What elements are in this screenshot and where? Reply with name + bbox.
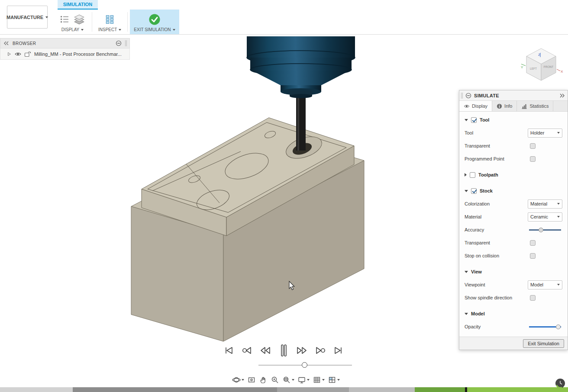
caret-down-icon: [173, 29, 175, 31]
timeline-slider[interactable]: [258, 362, 352, 369]
caret-down-icon: [337, 379, 340, 381]
workspace-switcher[interactable]: MANUFACTURE: [7, 6, 48, 29]
section-toolpath[interactable]: Toolpath: [465, 168, 563, 181]
panel-drag-grip[interactable]: [125, 40, 127, 46]
inspect-label: INSPECT: [98, 27, 117, 32]
section-tool[interactable]: Tool: [465, 113, 563, 126]
viewports-button[interactable]: [328, 376, 340, 384]
display-settings-icon: [297, 376, 306, 384]
inspect-icon: [104, 14, 116, 25]
collapse-triangle-icon[interactable]: [465, 190, 468, 192]
ribbon: DISPLAY INSPECT: [55, 10, 179, 34]
caret-down-icon: [81, 29, 84, 31]
spindle-direction-checkbox[interactable]: [530, 295, 536, 301]
collapse-triangle-icon[interactable]: [465, 271, 468, 273]
axis-y-label: Y: [521, 65, 523, 69]
timeline-knob[interactable]: [302, 362, 307, 368]
section-model[interactable]: Model: [465, 307, 563, 320]
exit-simulation-button[interactable]: EXIT SIMULATION: [130, 10, 179, 34]
pause-button[interactable]: [277, 343, 290, 358]
orbit-button[interactable]: [232, 376, 244, 384]
spindle-direction-label: Show spindle direction: [465, 295, 528, 300]
collapse-dialog-icon[interactable]: [465, 93, 471, 99]
row-tool-transparent: Transparent: [465, 139, 563, 152]
viewpoint-dropdown[interactable]: Model: [528, 280, 562, 289]
display-menu-button[interactable]: DISPLAY: [55, 10, 90, 34]
zoom-window-button[interactable]: [282, 376, 294, 384]
tool-dropdown[interactable]: Holder: [528, 129, 562, 138]
section-stock[interactable]: Stock: [465, 184, 563, 197]
fusion-manufacture-app: LEFT FRONT Z Y X MANUFACTURE SIMULATION: [0, 0, 568, 392]
tab-info[interactable]: Info: [492, 101, 517, 111]
look-at-icon: [247, 376, 256, 384]
collapse-triangle-icon[interactable]: [465, 119, 468, 121]
component-icon: [24, 51, 31, 57]
job-status-icon[interactable]: [555, 378, 565, 389]
previous-operation-button[interactable]: [240, 343, 254, 358]
browser-item-root[interactable]: Milling_MM - Post Processor Benchmar...: [0, 48, 130, 60]
row-colorization: Colorization Material: [465, 197, 563, 210]
simulate-panel-header[interactable]: SIMULATE: [459, 90, 568, 101]
slider-knob[interactable]: [539, 228, 543, 232]
row-programmed-point: Programmed Point: [465, 152, 563, 165]
viewpoint-label: Viewpoint: [465, 282, 528, 287]
exit-simulation-footer-button[interactable]: Exit Simulation: [523, 339, 564, 348]
slider-track: [529, 229, 561, 231]
caret-down-icon: [557, 132, 560, 134]
progress-marker: [465, 387, 467, 392]
progress-segment: [73, 387, 277, 392]
go-to-start-button[interactable]: [222, 343, 236, 358]
progress-segment: [349, 387, 415, 392]
caret-down-icon: [557, 284, 560, 286]
step-back-button[interactable]: [258, 343, 272, 358]
axis-x-label: X: [561, 70, 563, 74]
collapse-triangle-icon[interactable]: [465, 313, 468, 315]
go-to-end-button[interactable]: [332, 343, 345, 358]
pan-hand-icon: [259, 376, 268, 384]
viewpoint-dropdown-value: Model: [530, 282, 555, 287]
collapse-panel-icon[interactable]: [4, 41, 9, 45]
section-tool-label: Tool: [480, 117, 489, 122]
tool-transparent-checkbox[interactable]: [530, 143, 536, 149]
step-forward-button[interactable]: [295, 343, 309, 358]
tab-display[interactable]: Display: [459, 101, 492, 111]
programmed-point-checkbox[interactable]: [530, 156, 536, 162]
slider-knob[interactable]: [556, 325, 561, 329]
material-dropdown[interactable]: Ceramic: [528, 212, 562, 222]
section-view-label: View: [471, 269, 482, 274]
visibility-eye-icon[interactable]: [15, 52, 21, 56]
panel-drag-grip[interactable]: [461, 93, 463, 99]
colorization-dropdown[interactable]: Material: [528, 199, 562, 209]
eye-icon: [464, 104, 470, 108]
expand-triangle-icon[interactable]: [6, 51, 12, 57]
expand-triangle-icon[interactable]: [465, 173, 467, 177]
tab-statistics[interactable]: Statistics: [517, 101, 553, 111]
view-cube[interactable]: LEFT FRONT Z Y X: [521, 48, 563, 80]
tab-simulation[interactable]: SIMULATION: [58, 0, 98, 10]
toolbar-separator: [127, 12, 128, 32]
display-settings-button[interactable]: [297, 376, 310, 384]
inspect-menu-button[interactable]: INSPECT: [94, 10, 125, 34]
opacity-slider[interactable]: [529, 324, 561, 330]
stop-on-collision-label: Stop on collision: [465, 253, 528, 258]
stock-visible-checkbox[interactable]: [471, 188, 477, 194]
browser-header[interactable]: BROWSER: [0, 38, 130, 48]
navigation-toolbar: [232, 375, 340, 385]
look-at-button[interactable]: [247, 376, 256, 384]
stop-on-collision-checkbox[interactable]: [530, 253, 536, 259]
section-view[interactable]: View: [465, 265, 563, 278]
zoom-button[interactable]: [271, 376, 279, 384]
caret-down-icon: [45, 16, 48, 18]
row-tool: Tool Holder: [465, 126, 563, 139]
toolpath-visible-checkbox[interactable]: [470, 172, 475, 178]
accuracy-slider[interactable]: [529, 227, 561, 233]
next-operation-button[interactable]: [313, 343, 327, 358]
pan-button[interactable]: [259, 376, 268, 384]
expand-right-icon[interactable]: [559, 93, 565, 98]
grid-settings-button[interactable]: [313, 376, 325, 384]
stock-transparent-checkbox[interactable]: [530, 240, 536, 246]
simulation-progress-bar: [0, 387, 568, 392]
tool-visible-checkbox[interactable]: [471, 117, 477, 123]
collapse-all-icon[interactable]: [116, 40, 122, 46]
transparent-label: Transparent: [465, 143, 528, 148]
